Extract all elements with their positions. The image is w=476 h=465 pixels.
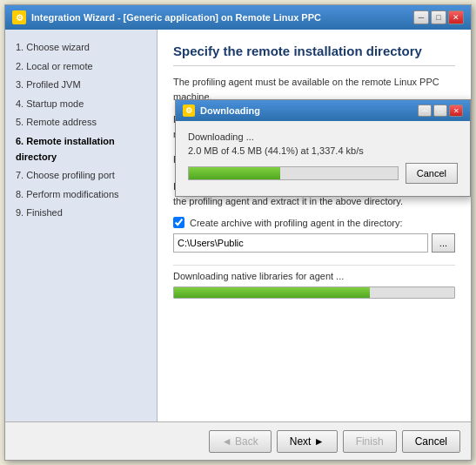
footer: ◄ Back Next ► Finish Cancel <box>5 421 471 460</box>
dialog-title: Downloading <box>200 105 260 116</box>
dialog-titlebar-left: ⚙ Downloading <box>183 104 260 117</box>
panel-title: Specify the remote installation director… <box>173 44 455 66</box>
titlebar: ⚙ Integration Wizard - [Generic applicat… <box>5 5 471 30</box>
sidebar: 1. Choose wizard 2. Local or remote 3. P… <box>5 30 158 421</box>
checkbox-label: Create archive with profiling agent in t… <box>190 218 403 228</box>
main-panel: Specify the remote installation director… <box>158 30 471 421</box>
finish-button[interactable]: Finish <box>343 430 397 453</box>
content-area: 1. Choose wizard 2. Local or remote 3. P… <box>5 30 471 421</box>
next-button[interactable]: Next ► <box>277 430 338 453</box>
sidebar-item-finished[interactable]: 9. Finished <box>12 204 150 223</box>
dialog-downloading-text: Downloading ... <box>188 131 458 142</box>
dialog-restore-button[interactable]: □ <box>433 104 447 117</box>
dialog-progress-row: Cancel <box>188 163 458 184</box>
create-archive-checkbox[interactable] <box>173 217 184 228</box>
restore-button[interactable]: □ <box>431 10 446 24</box>
sidebar-item-remote-installation[interactable]: 6. Remote installation directory <box>12 132 150 166</box>
dialog-titlebar: ⚙ Downloading ─ □ ✕ <box>176 100 470 121</box>
checkbox-row: Create archive with profiling agent in t… <box>173 217 455 228</box>
dialog-controls: ─ □ ✕ <box>418 104 463 117</box>
main-progress-bar <box>173 286 455 299</box>
sidebar-item-local-or-remote[interactable]: 2. Local or remote <box>12 57 150 77</box>
sidebar-item-remote-address[interactable]: 5. Remote address <box>12 113 150 132</box>
dialog-cancel-button[interactable]: Cancel <box>406 163 458 184</box>
dialog-close-button[interactable]: ✕ <box>449 104 463 117</box>
sidebar-item-startup-mode[interactable]: 4. Startup mode <box>12 95 150 114</box>
close-button[interactable]: ✕ <box>448 10 464 24</box>
sidebar-item-profiling-port[interactable]: 7. Choose profiling port <box>12 166 150 185</box>
titlebar-controls: ─ □ ✕ <box>413 10 464 24</box>
main-progress-fill <box>174 287 370 298</box>
dialog-minimize-button[interactable]: ─ <box>418 104 432 117</box>
archive-dir-row: ... <box>173 233 455 253</box>
main-window: ⚙ Integration Wizard - [Generic applicat… <box>4 4 472 461</box>
browse-button[interactable]: ... <box>432 233 455 253</box>
downloading-dialog: ⚙ Downloading ─ □ ✕ Downloading ... 2.0 … <box>175 99 471 197</box>
downloading-label: Downloading native libraries for agent .… <box>173 271 455 281</box>
dialog-progress-bar <box>188 166 399 180</box>
archive-dir-input[interactable] <box>173 233 428 253</box>
dialog-progress-text: 2.0 MB of 4.5 MB (44.1%) at 1,337.4 kb/s <box>188 145 458 156</box>
sidebar-item-perform-modifications[interactable]: 8. Perform modifications <box>12 185 150 205</box>
window-title: Integration Wizard - [Generic applicatio… <box>31 12 321 23</box>
sidebar-item-choose-wizard[interactable]: 1. Choose wizard <box>12 38 150 57</box>
titlebar-left: ⚙ Integration Wizard - [Generic applicat… <box>12 10 321 24</box>
downloading-section: Downloading native libraries for agent .… <box>173 265 455 304</box>
dialog-progress-fill <box>189 167 280 179</box>
app-icon: ⚙ <box>12 10 26 24</box>
back-button[interactable]: ◄ Back <box>209 430 272 453</box>
dialog-app-icon: ⚙ <box>183 104 195 117</box>
cancel-button[interactable]: Cancel <box>402 430 460 453</box>
dialog-content: Downloading ... 2.0 MB of 4.5 MB (44.1%)… <box>176 121 470 196</box>
minimize-button[interactable]: ─ <box>413 10 429 24</box>
sidebar-item-profiled-jvm[interactable]: 3. Profiled JVM <box>12 76 150 95</box>
